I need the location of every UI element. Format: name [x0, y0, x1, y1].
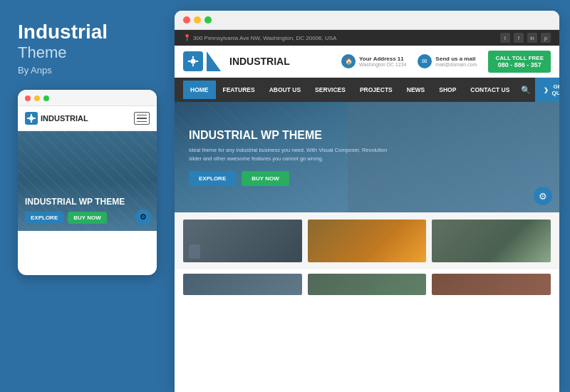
desktop-browser: 📍 300 Pennsylvania Ave NW, Washington, D… [175, 11, 559, 392]
twitter-icon[interactable]: t [500, 33, 510, 43]
svg-rect-6 [192, 56, 194, 59]
browser-chrome [175, 11, 559, 30]
nav-item-features[interactable]: FEATURES [216, 81, 262, 99]
mobile-dot-green [43, 96, 49, 101]
mobile-menu-button[interactable] [134, 112, 150, 125]
nav-item-aboutus[interactable]: ABOUT US [262, 81, 308, 99]
hero-title: INDUSTRIAL WP THEME [189, 128, 388, 142]
bottom-item-1[interactable] [183, 274, 302, 295]
theme-author: By Anps [18, 65, 160, 76]
mobile-dot-red [25, 96, 31, 101]
industrial-logo-gear [187, 55, 200, 68]
browser-content: 📍 300 Pennsylvania Ave NW, Washington, D… [175, 30, 559, 392]
nav-item-shop[interactable]: SHOP [432, 81, 463, 99]
mobile-buynow-button[interactable]: BUY NOW [68, 212, 107, 224]
industrial-gear-icon [26, 113, 36, 123]
gear-icon: ⚙ [140, 212, 147, 222]
portfolio-grid [175, 212, 559, 269]
site-logo-wrap: INDUSTRIAL [183, 51, 290, 71]
portfolio-item-3[interactable] [432, 220, 551, 262]
svg-rect-1 [31, 114, 32, 116]
mobile-hero: INDUSTRIAL WP THEME EXPLORE BUY NOW ⚙ [18, 131, 157, 231]
contact-address-item: 🏠 Your Address 11 Washington DC 1234 [341, 54, 406, 68]
nav-items: HOME FEATURES ABOUT US SERVICES PROJECTS… [183, 81, 535, 99]
hamburger-line [137, 121, 147, 123]
hero-content: INDUSTRIAL WP THEME Ideal theme for any … [189, 128, 388, 186]
topbar-address-text: 300 Pennsylvania Ave NW, Washington, DC … [193, 35, 336, 41]
svg-point-0 [29, 116, 33, 120]
contact-address-text: Your Address 11 Washington DC 1234 [359, 56, 406, 67]
contact-mail-item: ✉ Send us a mail mail@domain.com [418, 54, 477, 68]
cta-wrap: CALL TOLL FREE 080 - 886 - 357 [488, 50, 551, 73]
left-panel: Industrial Theme By Anps INDUSTRIAL [0, 0, 175, 392]
mobile-explore-button[interactable]: EXPLORE [25, 212, 63, 224]
browser-close-dot[interactable] [183, 16, 190, 24]
svg-rect-2 [31, 120, 32, 123]
contact-mail-text: Send us a mail mail@domain.com [435, 56, 477, 67]
portfolio-item-2[interactable] [308, 220, 427, 262]
site-logo-icon [183, 51, 203, 71]
hamburger-line [137, 115, 147, 116]
quote-arrow-icon: ❯ [544, 87, 549, 93]
linkedin-icon[interactable]: in [527, 33, 537, 43]
browser-minimize-dot[interactable] [194, 16, 201, 24]
site-header: INDUSTRIAL 🏠 Your Address 11 Washington … [175, 46, 559, 78]
hero-buynow-button[interactable]: BUY NOW [242, 171, 289, 186]
hero-settings-button[interactable]: ⚙ [534, 187, 552, 205]
svg-point-5 [190, 58, 195, 63]
site-logo-text: INDUSTRIAL [229, 56, 290, 67]
mobile-logo-text: INDUSTRIAL [41, 114, 88, 123]
mobile-window-controls [18, 90, 157, 106]
browser-maximize-dot[interactable] [204, 16, 212, 24]
nav-item-contactus[interactable]: CONTACT US [463, 81, 517, 99]
svg-rect-8 [188, 61, 191, 62]
map-pin-icon: 📍 [183, 34, 191, 41]
mobile-dot-yellow [34, 96, 40, 101]
portfolio-item-1[interactable] [183, 220, 302, 262]
svg-rect-3 [27, 118, 29, 119]
bottom-item-3[interactable] [432, 274, 551, 295]
call-tollfree-button[interactable]: CALL TOLL FREE 080 - 886 - 357 [488, 51, 551, 73]
nav-item-services[interactable]: SERVICES [308, 81, 353, 99]
hamburger-line [137, 118, 147, 119]
mobile-hero-title: INDUSTRIAL WP THEME [25, 197, 150, 207]
hero-description: Ideal theme for any industrial business … [189, 146, 388, 163]
bottom-item-2[interactable] [308, 274, 427, 295]
nav-item-news[interactable]: NEWS [400, 81, 432, 99]
facebook-icon[interactable]: f [514, 33, 524, 43]
bottom-row [175, 269, 559, 392]
theme-name: Industrial [18, 21, 160, 43]
mobile-settings-button[interactable]: ⚙ [135, 210, 151, 225]
hero-buttons: EXPLORE BUY NOW [189, 171, 388, 186]
pinterest-icon[interactable]: p [541, 33, 551, 43]
mobile-logo: INDUSTRIAL [25, 112, 88, 125]
theme-subtitle: Theme [18, 43, 160, 62]
nav-item-projects[interactable]: PROJECTS [353, 81, 400, 99]
site-navigation: HOME FEATURES ABOUT US SERVICES PROJECTS… [175, 78, 559, 102]
mobile-logo-icon [25, 112, 38, 125]
gear-icon: ⚙ [539, 191, 547, 202]
svg-rect-9 [196, 61, 199, 62]
mobile-hero-buttons: EXPLORE BUY NOW [25, 212, 150, 224]
get-quote-button[interactable]: ❯ GET A QUOTE [535, 78, 559, 102]
site-topbar: 📍 300 Pennsylvania Ave NW, Washington, D… [175, 30, 559, 46]
mail-icon: ✉ [418, 54, 432, 68]
topbar-socials: t f in p [500, 33, 551, 43]
site-header-contact: 🏠 Your Address 11 Washington DC 1234 ✉ S… [341, 50, 551, 73]
nav-search-icon[interactable]: 🔍 [517, 81, 535, 99]
topbar-address: 📍 300 Pennsylvania Ave NW, Washington, D… [183, 34, 336, 41]
mobile-header: INDUSTRIAL [18, 106, 157, 131]
browser-window-controls [183, 16, 212, 24]
site-logo: INDUSTRIAL [183, 51, 290, 71]
svg-rect-7 [192, 64, 194, 67]
mobile-preview: INDUSTRIAL INDUSTRIAL WP THEME EXPLORE B… [18, 90, 157, 275]
svg-rect-4 [33, 118, 36, 119]
nav-item-home[interactable]: HOME [183, 81, 216, 99]
logo-triangle [207, 51, 221, 71]
hero-explore-button[interactable]: EXPLORE [189, 171, 236, 186]
portfolio-person-silhouette [189, 244, 200, 259]
home-icon: 🏠 [341, 54, 356, 68]
site-hero: INDUSTRIAL WP THEME Ideal theme for any … [175, 102, 559, 212]
